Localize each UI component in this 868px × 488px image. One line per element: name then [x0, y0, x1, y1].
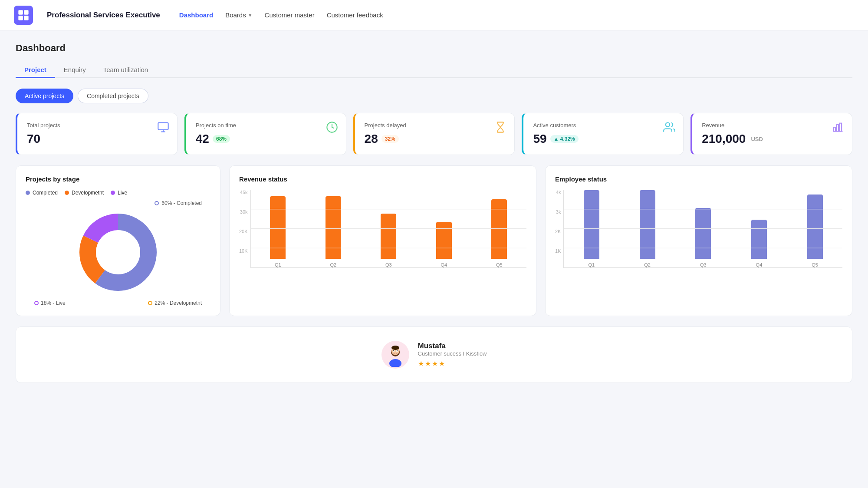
kpi-delayed-label: Projects delayed	[365, 122, 505, 129]
donut-bottom-annotations: 18% - Live 22% - Developmetnt	[34, 300, 202, 306]
filter-buttons: Active projects Completed projects	[16, 89, 852, 103]
monitor-icon	[157, 121, 169, 136]
employee-bar-q4: Q4	[735, 220, 783, 267]
tab-project[interactable]: Project	[16, 63, 55, 78]
employee-bar-q2: Q2	[623, 190, 671, 267]
svg-point-30	[393, 350, 394, 351]
main-nav: Dashboard Boards ▼ Customer master Custo…	[179, 11, 383, 19]
donut-chart-title: Projects by stage	[26, 175, 210, 183]
bar-q3	[381, 214, 396, 259]
kpi-customers: Active customers 59 ▲ 4.32%	[522, 113, 684, 155]
nav-boards[interactable]: Boards ▼	[225, 11, 252, 19]
kpi-customers-label: Active customers	[533, 122, 674, 129]
svg-rect-2	[18, 16, 23, 20]
revenue-chart-card: Revenue status 45k 30k 20K 10K	[229, 165, 536, 316]
kpi-ontime-badge: 68%	[213, 135, 230, 143]
revenue-bar-q2: Q2	[309, 196, 357, 267]
kpi-ontime-value: 42 68%	[196, 132, 336, 146]
legend-dot-dev	[65, 191, 69, 195]
svg-point-8	[666, 123, 670, 127]
svg-rect-3	[24, 16, 28, 20]
kpi-delayed: Projects delayed 28 32%	[353, 113, 515, 155]
kpi-total-projects: Total projects 70	[16, 113, 178, 155]
clock-icon	[326, 121, 338, 136]
kpi-ontime-label: Projects on time	[196, 122, 336, 129]
annotation-dev: 22% - Developmetnt	[148, 300, 202, 306]
kpi-revenue: Revenue 210,000 USD	[690, 113, 852, 155]
revenue-bars: Q1 Q2 Q3 Q4	[250, 190, 526, 268]
svg-rect-10	[836, 125, 838, 131]
svg-point-32	[391, 346, 399, 350]
filter-active-projects[interactable]: Active projects	[16, 89, 73, 103]
charts-row: Projects by stage Completed Developmetnt…	[16, 165, 852, 316]
revenue-bar-q4: Q4	[420, 222, 467, 267]
kpi-customers-badge: ▲ 4.32%	[550, 135, 579, 143]
donut-svg	[75, 209, 161, 296]
bar-chart-icon	[832, 121, 844, 136]
page-title: Dashboard	[16, 43, 852, 54]
kpi-revenue-label: Revenue	[702, 122, 842, 129]
avatar-illustration	[383, 343, 408, 367]
donut-chart-card: Projects by stage Completed Developmetnt…	[16, 165, 220, 316]
kpi-on-time: Projects on time 42 68%	[184, 113, 346, 155]
employee-bars: Q1 Q2 Q3 Q4	[563, 190, 842, 268]
employee-chart-card: Employee status 4k 3k 2K 1K	[545, 165, 852, 316]
tab-team-utilization[interactable]: Team utilization	[95, 63, 157, 78]
bar-q2	[326, 196, 341, 259]
svg-rect-1	[24, 10, 28, 14]
testimonial-name: Mustafa	[418, 342, 487, 350]
svg-point-16	[99, 233, 138, 272]
kpi-revenue-value: 210,000 USD	[702, 132, 842, 146]
kpi-total-value: 70	[27, 132, 168, 146]
employee-chart-area: 4k 3k 2K 1K Q1	[555, 190, 842, 268]
annotation-live: 18% - Live	[34, 300, 66, 306]
bar-q4	[436, 222, 452, 259]
hourglass-icon	[494, 121, 506, 136]
emp-bar-q5	[807, 195, 823, 259]
app-logo	[14, 6, 33, 25]
legend-dot-live	[111, 191, 115, 195]
tab-enquiry[interactable]: Enquiry	[55, 63, 95, 78]
nav-dashboard[interactable]: Dashboard	[179, 11, 213, 19]
app-title: Professional Services Executive	[47, 11, 160, 20]
grid-icon	[17, 9, 30, 21]
svg-rect-4	[158, 123, 168, 130]
emp-bar-q2	[640, 190, 655, 259]
emp-bar-q3	[695, 208, 711, 259]
revenue-bar-q1: Q1	[254, 196, 302, 267]
page-tabs: Project Enquiry Team utilization	[16, 63, 852, 78]
testimonial-card: Mustafa Customer sucess I Kissflow ★★★★	[381, 341, 487, 369]
revenue-bar-q3: Q3	[365, 214, 412, 267]
kpi-delayed-badge: 32%	[381, 135, 399, 143]
chevron-down-icon: ▼	[248, 13, 253, 18]
filter-completed-projects[interactable]: Completed projects	[78, 89, 148, 103]
employee-bar-q1: Q1	[567, 190, 615, 267]
svg-point-31	[396, 350, 397, 351]
annotation-dot-live	[34, 301, 39, 305]
employee-bar-q5: Q5	[791, 195, 839, 267]
legend-dot-completed	[26, 191, 30, 195]
donut-legend: Completed Developmetnt Live	[26, 190, 210, 196]
emp-bar-q1	[584, 190, 599, 259]
nav-customer-feedback[interactable]: Customer feedback	[327, 11, 383, 19]
employee-chart-title: Employee status	[555, 175, 842, 183]
kpi-delayed-value: 28 32%	[365, 132, 505, 146]
annotation-dot-completed	[155, 201, 159, 205]
legend-completed: Completed	[26, 190, 58, 196]
testimonial-stars: ★★★★	[418, 359, 487, 368]
avatar	[381, 341, 409, 369]
kpi-total-label: Total projects	[27, 122, 168, 129]
svg-rect-0	[18, 10, 23, 14]
testimonial-role: Customer sucess I Kissflow	[418, 350, 487, 357]
employee-y-axis: 4k 3k 2K 1K	[555, 190, 563, 268]
main-content: Dashboard Project Enquiry Team utilizati…	[0, 30, 868, 395]
revenue-y-axis: 45k 30k 20K 10K	[239, 190, 250, 268]
svg-rect-9	[833, 127, 835, 131]
legend-dev: Developmetnt	[65, 190, 104, 196]
nav-customer-master[interactable]: Customer master	[265, 11, 315, 19]
legend-live: Live	[111, 190, 127, 196]
testimonial-section: Mustafa Customer sucess I Kissflow ★★★★	[16, 326, 852, 383]
revenue-bar-q5: Q5	[476, 199, 523, 267]
revenue-chart-area: 45k 30k 20K 10K Q	[239, 190, 526, 268]
employee-bar-q3: Q3	[679, 208, 727, 267]
